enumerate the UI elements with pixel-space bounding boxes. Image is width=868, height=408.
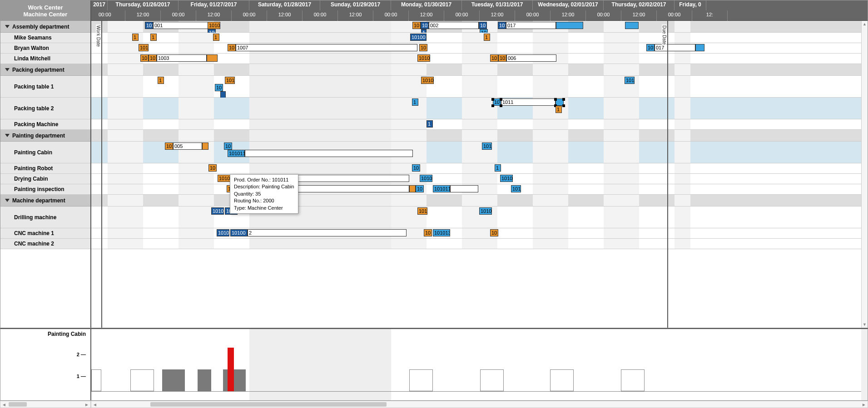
gantt-task[interactable] <box>245 150 413 157</box>
load-bar[interactable] <box>162 369 185 391</box>
gantt-task[interactable]: 1010 <box>421 77 434 84</box>
resource-row-label[interactable]: CNC machine 2 <box>0 239 90 249</box>
gantt-task[interactable]: 1010 <box>211 207 224 215</box>
resource-row-label[interactable]: CNC machine 1 <box>0 228 90 239</box>
resource-row-label[interactable]: Painting Cabin <box>0 142 90 163</box>
resource-row-label[interactable]: Bryan Walton <box>0 43 90 54</box>
resource-row-label[interactable]: Painting inspection <box>0 184 90 195</box>
selection-handle[interactable] <box>491 104 494 107</box>
load-bar[interactable] <box>228 348 234 391</box>
group-row[interactable]: Machine department <box>0 195 90 206</box>
gantt-task[interactable]: 10 <box>224 143 232 150</box>
load-bar[interactable] <box>621 369 645 391</box>
gantt-task[interactable] <box>409 185 416 192</box>
gantt-task[interactable]: 10 <box>412 22 421 29</box>
gantt-task[interactable]: 10100 <box>230 229 248 236</box>
gantt-resource-row[interactable]: 111101001 <box>91 33 868 43</box>
gantt-task[interactable]: 101011 <box>228 150 245 157</box>
gantt-resource-row[interactable]: 10101010021010101310 <box>91 228 868 239</box>
selection-handle[interactable] <box>491 98 494 101</box>
scroll-right-icon[interactable]: ► <box>83 402 90 407</box>
gantt-task[interactable]: 1010 <box>417 54 430 62</box>
gantt-task[interactable]: 017 <box>655 44 695 51</box>
gantt-task[interactable]: 1010 <box>479 207 492 215</box>
gantt-resource-row[interactable]: 1101101010110 <box>91 76 868 98</box>
tree-scroll-thumb[interactable] <box>9 402 27 407</box>
gantt-task[interactable]: 101 <box>149 54 157 62</box>
gantt-task[interactable]: 017 <box>506 22 556 29</box>
gantt-task[interactable] <box>625 22 639 29</box>
gantt-task[interactable] <box>202 143 208 150</box>
resource-row-label[interactable]: Packing table 2 <box>0 98 90 119</box>
gantt-task[interactable] <box>291 185 409 192</box>
gantt-task[interactable]: 10 <box>479 22 487 29</box>
group-row[interactable]: Packing department <box>0 64 90 76</box>
gantt-task[interactable]: 1 <box>495 164 501 172</box>
gantt-task[interactable]: 10 <box>490 229 498 236</box>
gantt-task[interactable]: 10 <box>490 54 498 62</box>
gantt-task[interactable]: 1 <box>158 77 164 84</box>
load-bar[interactable] <box>480 369 504 391</box>
gantt-task[interactable]: 101 <box>417 207 427 215</box>
gantt-task[interactable]: 1 <box>556 106 562 113</box>
expand-icon[interactable] <box>5 25 10 28</box>
resource-row-label[interactable]: Packing Machine <box>0 119 90 130</box>
gantt-resource-row[interactable]: 10101 <box>91 163 868 174</box>
gantt-task[interactable]: 101 <box>139 44 149 51</box>
gantt-task[interactable]: 1010 <box>218 175 230 182</box>
gantt-task[interactable]: 10 <box>419 44 427 51</box>
gantt-resource-row[interactable]: 10100510101101011 <box>91 142 868 163</box>
gantt-task[interactable]: 101 <box>482 143 492 150</box>
scroll-left-icon[interactable]: ◄ <box>91 402 99 407</box>
load-bar[interactable] <box>198 369 211 391</box>
gantt-task[interactable]: 006 <box>506 54 556 62</box>
gantt-task[interactable]: 101 <box>225 77 235 84</box>
vertical-scrollbar[interactable]: ▲ ▼ <box>861 21 868 328</box>
gantt-task[interactable] <box>450 185 478 192</box>
resource-row-label[interactable]: Linda Mitchell <box>0 54 90 64</box>
scroll-right-icon[interactable]: ► <box>860 402 868 407</box>
gantt-task[interactable]: 1007 <box>236 44 417 51</box>
load-bar[interactable] <box>223 369 246 391</box>
gantt-task[interactable]: 002 <box>429 22 479 29</box>
gantt-group-row[interactable] <box>91 195 868 206</box>
selection-handle[interactable] <box>500 98 502 101</box>
tree-h-scrollbar[interactable]: ◄ ► <box>0 401 91 408</box>
gantt-task[interactable]: 1011 <box>501 98 556 106</box>
gantt-task[interactable]: 1 <box>213 34 219 41</box>
gantt-resource-row[interactable]: 110101011101 <box>91 184 868 195</box>
gantt-task[interactable]: 101 <box>498 22 506 29</box>
gantt-task[interactable]: 005 <box>173 143 202 150</box>
gantt-resource-row[interactable]: 11010111 <box>91 98 868 119</box>
scroll-up-arrow[interactable]: ▲ <box>862 21 868 27</box>
load-chart[interactable] <box>91 329 868 400</box>
expand-icon[interactable] <box>5 134 10 137</box>
gantt-task[interactable]: 101 <box>511 185 521 192</box>
gantt-task[interactable]: 101 <box>646 44 655 51</box>
resource-row-label[interactable]: Drilling machine <box>0 206 90 228</box>
gantt-group-row[interactable] <box>91 64 868 76</box>
gantt-task[interactable] <box>695 44 704 51</box>
gantt-task[interactable]: 101 <box>625 77 635 84</box>
selection-handle[interactable] <box>500 104 502 107</box>
load-bar[interactable] <box>550 369 574 391</box>
gantt-task[interactable] <box>207 54 218 62</box>
load-bar[interactable] <box>130 369 154 391</box>
load-bar[interactable] <box>409 369 433 391</box>
gantt-task[interactable]: 10 <box>215 84 223 91</box>
scroll-down-arrow[interactable]: ▼ <box>862 321 868 328</box>
gantt-task[interactable]: 101 <box>421 22 429 29</box>
gantt-task[interactable]: 101 <box>498 54 506 62</box>
gantt-task[interactable]: 1010 <box>208 22 220 29</box>
gantt-task[interactable]: 1 <box>150 34 157 41</box>
gantt-task[interactable]: 1 <box>132 34 139 41</box>
scroll-left-icon[interactable]: ◄ <box>0 402 8 407</box>
gantt-resource-row[interactable] <box>91 239 868 249</box>
group-row[interactable]: Assembly department <box>0 21 90 33</box>
gantt-resource-row[interactable]: 10110100710101017 <box>91 43 868 54</box>
gantt-task[interactable]: 101011 <box>433 185 450 192</box>
expand-icon[interactable] <box>5 199 10 202</box>
load-bar[interactable] <box>91 369 101 391</box>
gantt-task[interactable]: 10 <box>140 54 149 62</box>
gantt-task[interactable]: 101013 <box>433 229 450 236</box>
